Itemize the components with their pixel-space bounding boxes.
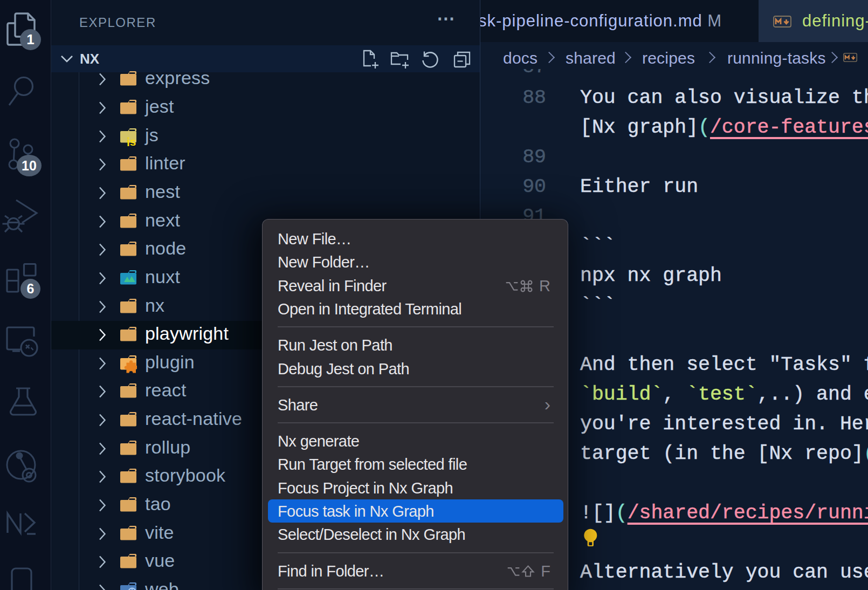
svg-text:js: js [126,135,136,146]
